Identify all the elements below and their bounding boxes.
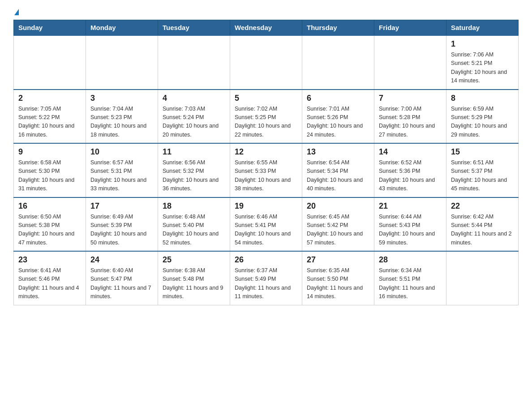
- day-number: 9: [18, 147, 81, 157]
- day-number: 4: [163, 94, 225, 103]
- day-number: 1: [451, 39, 514, 49]
- day-info: Sunrise: 6:51 AMSunset: 5:37 PMDaylight:…: [451, 158, 514, 193]
- day-number: 14: [379, 147, 442, 157]
- day-number: 26: [235, 255, 297, 265]
- day-number: 12: [235, 147, 297, 157]
- col-saturday: Saturday: [446, 20, 519, 36]
- day-info: Sunrise: 7:01 AMSunset: 5:26 PMDaylight:…: [307, 105, 369, 140]
- day-number: 16: [18, 201, 81, 211]
- day-number: 5: [235, 94, 297, 103]
- table-row: 20Sunrise: 6:45 AMSunset: 5:42 PMDayligh…: [302, 197, 374, 252]
- table-row: 26Sunrise: 6:37 AMSunset: 5:49 PMDayligh…: [230, 251, 302, 305]
- day-info: Sunrise: 6:55 AMSunset: 5:33 PMDaylight:…: [235, 158, 297, 193]
- col-thursday: Thursday: [302, 20, 374, 36]
- table-row: 12Sunrise: 6:55 AMSunset: 5:33 PMDayligh…: [230, 143, 302, 197]
- table-row: 16Sunrise: 6:50 AMSunset: 5:38 PMDayligh…: [14, 197, 86, 252]
- table-row: 6Sunrise: 7:01 AMSunset: 5:26 PMDaylight…: [302, 90, 374, 144]
- week-row-4: 16Sunrise: 6:50 AMSunset: 5:38 PMDayligh…: [14, 197, 519, 252]
- table-row: [14, 35, 86, 90]
- day-info: Sunrise: 7:00 AMSunset: 5:28 PMDaylight:…: [379, 105, 442, 140]
- day-number: 23: [18, 255, 81, 265]
- table-row: 28Sunrise: 6:34 AMSunset: 5:51 PMDayligh…: [374, 251, 446, 305]
- table-row: 19Sunrise: 6:46 AMSunset: 5:41 PMDayligh…: [230, 197, 302, 252]
- day-number: 25: [163, 255, 225, 265]
- day-number: 13: [307, 147, 369, 157]
- day-info: Sunrise: 6:57 AMSunset: 5:31 PMDaylight:…: [90, 158, 153, 193]
- table-row: 4Sunrise: 7:03 AMSunset: 5:24 PMDaylight…: [158, 90, 230, 144]
- day-info: Sunrise: 7:06 AMSunset: 5:21 PMDaylight:…: [451, 51, 514, 86]
- table-row: 7Sunrise: 7:00 AMSunset: 5:28 PMDaylight…: [374, 90, 446, 144]
- table-row: 5Sunrise: 7:02 AMSunset: 5:25 PMDaylight…: [230, 90, 302, 144]
- day-info: Sunrise: 7:04 AMSunset: 5:23 PMDaylight:…: [90, 105, 153, 140]
- day-number: 10: [90, 147, 153, 157]
- week-row-3: 9Sunrise: 6:58 AMSunset: 5:30 PMDaylight…: [14, 143, 519, 197]
- day-info: Sunrise: 6:40 AMSunset: 5:47 PMDaylight:…: [90, 266, 153, 301]
- col-wednesday: Wednesday: [230, 20, 302, 36]
- table-row: 2Sunrise: 7:05 AMSunset: 5:22 PMDaylight…: [14, 90, 86, 144]
- day-info: Sunrise: 6:48 AMSunset: 5:40 PMDaylight:…: [163, 213, 225, 248]
- day-info: Sunrise: 6:56 AMSunset: 5:32 PMDaylight:…: [163, 158, 225, 193]
- week-row-2: 2Sunrise: 7:05 AMSunset: 5:22 PMDaylight…: [14, 90, 519, 144]
- day-number: 8: [451, 94, 514, 103]
- day-number: 15: [451, 147, 514, 157]
- day-number: 7: [379, 94, 442, 103]
- table-row: 15Sunrise: 6:51 AMSunset: 5:37 PMDayligh…: [446, 143, 519, 197]
- table-row: 21Sunrise: 6:44 AMSunset: 5:43 PMDayligh…: [374, 197, 446, 252]
- table-row: 8Sunrise: 6:59 AMSunset: 5:29 PMDaylight…: [446, 90, 519, 144]
- day-info: Sunrise: 6:59 AMSunset: 5:29 PMDaylight:…: [451, 105, 514, 140]
- day-info: Sunrise: 6:38 AMSunset: 5:48 PMDaylight:…: [163, 266, 225, 301]
- day-number: 24: [90, 255, 153, 265]
- day-number: 22: [451, 201, 514, 211]
- table-row: [86, 35, 158, 90]
- day-number: 2: [18, 94, 81, 103]
- day-number: 18: [163, 201, 225, 211]
- table-row: 3Sunrise: 7:04 AMSunset: 5:23 PMDaylight…: [86, 90, 158, 144]
- table-row: 24Sunrise: 6:40 AMSunset: 5:47 PMDayligh…: [86, 251, 158, 305]
- day-number: 27: [307, 255, 369, 265]
- day-info: Sunrise: 6:54 AMSunset: 5:34 PMDaylight:…: [307, 158, 369, 193]
- table-row: 10Sunrise: 6:57 AMSunset: 5:31 PMDayligh…: [86, 143, 158, 197]
- logo: [13, 9, 19, 15]
- table-row: 17Sunrise: 6:49 AMSunset: 5:39 PMDayligh…: [86, 197, 158, 252]
- day-info: Sunrise: 6:50 AMSunset: 5:38 PMDaylight:…: [18, 213, 81, 248]
- calendar-header: Sunday Monday Tuesday Wednesday Thursday…: [14, 20, 519, 36]
- table-row: [446, 251, 519, 305]
- day-info: Sunrise: 6:52 AMSunset: 5:36 PMDaylight:…: [379, 158, 442, 193]
- day-info: Sunrise: 6:41 AMSunset: 5:46 PMDaylight:…: [18, 266, 81, 301]
- day-number: 3: [90, 94, 153, 103]
- day-info: Sunrise: 6:42 AMSunset: 5:44 PMDaylight:…: [451, 213, 514, 248]
- table-row: 18Sunrise: 6:48 AMSunset: 5:40 PMDayligh…: [158, 197, 230, 252]
- day-number: 6: [307, 94, 369, 103]
- week-row-1: 1Sunrise: 7:06 AMSunset: 5:21 PMDaylight…: [14, 35, 519, 90]
- logo-triangle-icon: [14, 9, 19, 15]
- calendar-table: Sunday Monday Tuesday Wednesday Thursday…: [13, 20, 519, 305]
- day-info: Sunrise: 6:49 AMSunset: 5:39 PMDaylight:…: [90, 213, 153, 248]
- table-row: 13Sunrise: 6:54 AMSunset: 5:34 PMDayligh…: [302, 143, 374, 197]
- day-number: 28: [379, 255, 442, 265]
- table-row: 1Sunrise: 7:06 AMSunset: 5:21 PMDaylight…: [446, 35, 519, 90]
- day-info: Sunrise: 6:46 AMSunset: 5:41 PMDaylight:…: [235, 213, 297, 248]
- table-row: 25Sunrise: 6:38 AMSunset: 5:48 PMDayligh…: [158, 251, 230, 305]
- day-info: Sunrise: 6:45 AMSunset: 5:42 PMDaylight:…: [307, 213, 369, 248]
- table-row: 22Sunrise: 6:42 AMSunset: 5:44 PMDayligh…: [446, 197, 519, 252]
- table-row: [302, 35, 374, 90]
- day-info: Sunrise: 7:03 AMSunset: 5:24 PMDaylight:…: [163, 105, 225, 140]
- table-row: [230, 35, 302, 90]
- col-sunday: Sunday: [14, 20, 86, 36]
- table-row: [374, 35, 446, 90]
- col-friday: Friday: [374, 20, 446, 36]
- table-row: [158, 35, 230, 90]
- page-header: [13, 9, 519, 15]
- day-info: Sunrise: 7:02 AMSunset: 5:25 PMDaylight:…: [235, 105, 297, 140]
- day-info: Sunrise: 6:34 AMSunset: 5:51 PMDaylight:…: [379, 266, 442, 301]
- day-number: 11: [163, 147, 225, 157]
- header-row: Sunday Monday Tuesday Wednesday Thursday…: [14, 20, 519, 36]
- day-number: 19: [235, 201, 297, 211]
- day-number: 17: [90, 201, 153, 211]
- table-row: 27Sunrise: 6:35 AMSunset: 5:50 PMDayligh…: [302, 251, 374, 305]
- day-info: Sunrise: 6:58 AMSunset: 5:30 PMDaylight:…: [18, 158, 81, 193]
- table-row: 11Sunrise: 6:56 AMSunset: 5:32 PMDayligh…: [158, 143, 230, 197]
- table-row: 23Sunrise: 6:41 AMSunset: 5:46 PMDayligh…: [14, 251, 86, 305]
- day-number: 20: [307, 201, 369, 211]
- day-info: Sunrise: 6:37 AMSunset: 5:49 PMDaylight:…: [235, 266, 297, 301]
